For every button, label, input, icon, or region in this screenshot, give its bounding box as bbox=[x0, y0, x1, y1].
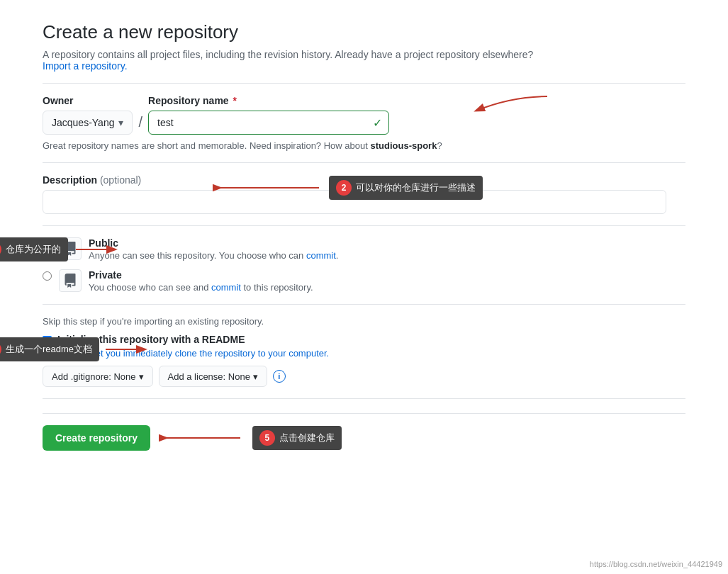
page-title: Create a new repository bbox=[43, 21, 685, 43]
badge-3: 3 bbox=[0, 242, 1, 257]
repo-name-label: Repository name * bbox=[148, 95, 389, 106]
divider-1 bbox=[43, 162, 685, 163]
divider-3 bbox=[43, 304, 685, 305]
required-star: * bbox=[230, 95, 237, 106]
visibility-private-radio[interactable] bbox=[43, 271, 52, 281]
arrow-2 bbox=[213, 177, 326, 198]
owner-value: Jacques-Yang bbox=[52, 117, 114, 128]
init-skip-text: Skip this step if you're importing an ex… bbox=[43, 316, 685, 327]
visibility-private-option: Private You choose who can see and commi… bbox=[43, 269, 685, 293]
valid-checkmark-icon: ✓ bbox=[373, 116, 382, 130]
divider-2 bbox=[43, 225, 685, 226]
callout4-text: 生成一个readme文档 bbox=[6, 343, 92, 356]
arrow-3 bbox=[72, 239, 122, 260]
arrow-1 bbox=[469, 89, 554, 132]
repo-name-hint: Great repository names are short and mem… bbox=[43, 140, 685, 151]
callout5-text: 点击创建仓库 bbox=[279, 432, 335, 444]
visibility-public-text: Public Anyone can see this repository. Y… bbox=[89, 237, 338, 261]
owner-label: Owner bbox=[43, 95, 133, 106]
chevron-down-icon: ▾ bbox=[118, 117, 123, 128]
repo-name-input[interactable] bbox=[148, 111, 389, 135]
callout2-text: 可以对你的仓库进行一些描述 bbox=[356, 181, 476, 194]
badge-5: 5 bbox=[259, 430, 275, 446]
badge-2: 2 bbox=[336, 180, 352, 196]
divider-top bbox=[43, 83, 685, 84]
dropdown-row: Add .gitignore: None ▾ Add a license: No… bbox=[43, 366, 685, 387]
badge-4: 4 bbox=[0, 342, 1, 357]
visibility-private-text: Private You choose who can see and commi… bbox=[89, 269, 313, 293]
info-icon[interactable]: i bbox=[273, 370, 286, 383]
create-repository-button[interactable]: Create repository bbox=[43, 425, 150, 451]
import-link[interactable]: Import a repository. bbox=[43, 60, 128, 72]
arrow-4 bbox=[102, 339, 152, 360]
callout3-text: 仓库为公开的 bbox=[6, 243, 61, 256]
chevron-license-icon: ▾ bbox=[253, 371, 258, 382]
commit-link-public[interactable]: commit bbox=[306, 250, 336, 261]
divider-4 bbox=[43, 398, 685, 399]
arrow-5 bbox=[159, 427, 244, 449]
license-dropdown[interactable]: Add a license: None ▾ bbox=[159, 366, 267, 387]
private-repo-icon bbox=[59, 269, 82, 292]
slash-separator: / bbox=[138, 114, 142, 132]
visibility-public-option: Public Anyone can see this repository. Y… bbox=[43, 237, 685, 261]
chevron-gitignore-icon: ▾ bbox=[139, 371, 144, 382]
subtitle: A repository contains all project files,… bbox=[43, 49, 685, 72]
owner-dropdown[interactable]: Jacques-Yang ▾ bbox=[43, 111, 133, 135]
gitignore-dropdown[interactable]: Add .gitignore: None ▾ bbox=[43, 366, 153, 387]
init-readme-desc: This will let you immediately clone the … bbox=[58, 348, 685, 359]
commit-link-private[interactable]: commit bbox=[211, 282, 241, 293]
